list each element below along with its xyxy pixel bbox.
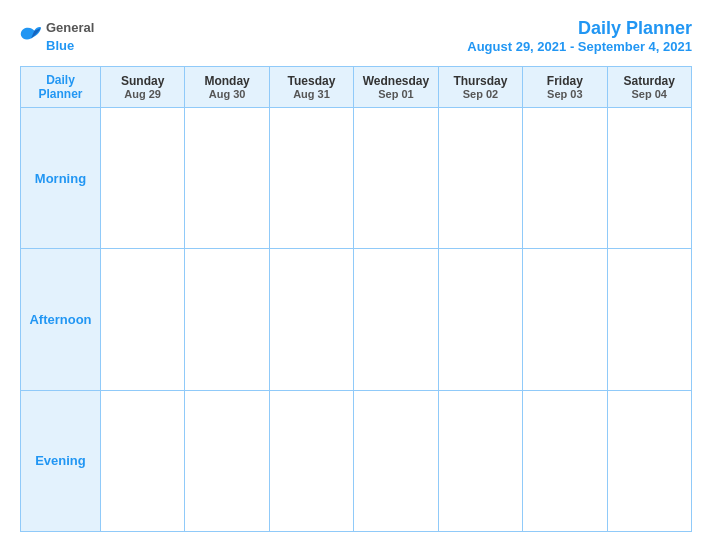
planner-date-range: August 29, 2021 - September 4, 2021 — [467, 39, 692, 54]
evening-label: Evening — [21, 390, 101, 531]
afternoon-label: Afternoon — [21, 249, 101, 390]
evening-wednesday[interactable] — [354, 390, 439, 531]
afternoon-row: Afternoon — [21, 249, 692, 390]
planner-table: Daily Planner Sunday Aug 29 Monday Aug 3… — [20, 66, 692, 532]
morning-saturday[interactable] — [607, 108, 691, 249]
title-block: Daily Planner August 29, 2021 - Septembe… — [467, 18, 692, 54]
evening-saturday[interactable] — [607, 390, 691, 531]
morning-sunday[interactable] — [100, 108, 184, 249]
column-header-saturday: Saturday Sep 04 — [607, 67, 691, 108]
evening-sunday[interactable] — [100, 390, 184, 531]
column-header-monday: Monday Aug 30 — [185, 67, 269, 108]
afternoon-friday[interactable] — [523, 249, 607, 390]
planner-title: Daily Planner — [467, 18, 692, 39]
afternoon-tuesday[interactable] — [269, 249, 353, 390]
morning-row: Morning — [21, 108, 692, 249]
header-row: Daily Planner Sunday Aug 29 Monday Aug 3… — [21, 67, 692, 108]
page: General Blue Daily Planner August 29, 20… — [0, 0, 712, 550]
afternoon-thursday[interactable] — [438, 249, 522, 390]
bird-icon — [20, 25, 42, 43]
morning-monday[interactable] — [185, 108, 269, 249]
header: General Blue Daily Planner August 29, 20… — [20, 18, 692, 54]
morning-label: Morning — [21, 108, 101, 249]
evening-monday[interactable] — [185, 390, 269, 531]
afternoon-wednesday[interactable] — [354, 249, 439, 390]
morning-friday[interactable] — [523, 108, 607, 249]
afternoon-saturday[interactable] — [607, 249, 691, 390]
column-header-wednesday: Wednesday Sep 01 — [354, 67, 439, 108]
evening-friday[interactable] — [523, 390, 607, 531]
logo-blue: Blue — [46, 38, 74, 53]
afternoon-sunday[interactable] — [100, 249, 184, 390]
column-header-tuesday: Tuesday Aug 31 — [269, 67, 353, 108]
morning-thursday[interactable] — [438, 108, 522, 249]
evening-tuesday[interactable] — [269, 390, 353, 531]
column-header-sunday: Sunday Aug 29 — [100, 67, 184, 108]
column-header-thursday: Thursday Sep 02 — [438, 67, 522, 108]
column-header-friday: Friday Sep 03 — [523, 67, 607, 108]
morning-wednesday[interactable] — [354, 108, 439, 249]
evening-row: Evening — [21, 390, 692, 531]
logo-general: General — [46, 20, 94, 35]
morning-tuesday[interactable] — [269, 108, 353, 249]
column-header-label: Daily Planner — [21, 67, 101, 108]
logo: General Blue — [20, 18, 94, 54]
evening-thursday[interactable] — [438, 390, 522, 531]
afternoon-monday[interactable] — [185, 249, 269, 390]
